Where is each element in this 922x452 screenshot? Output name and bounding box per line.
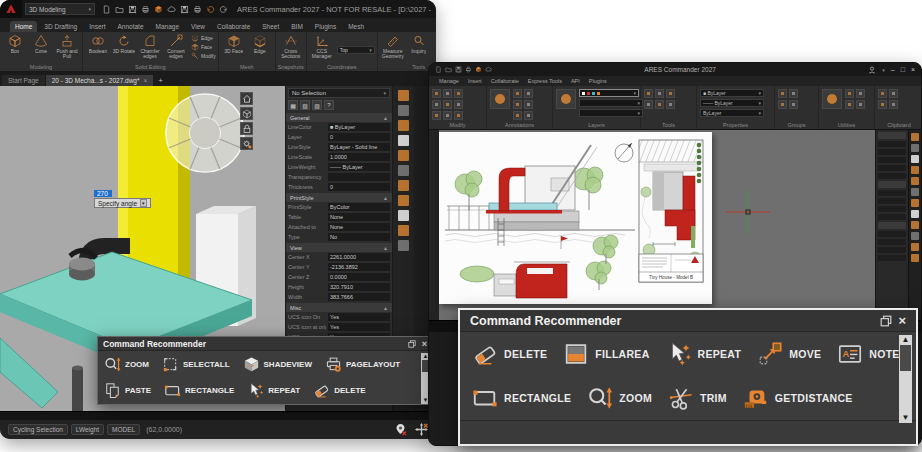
ribbon-button[interactable]: Convert edges xyxy=(163,34,189,60)
property-value[interactable]: No xyxy=(328,233,390,241)
status-toggle-button[interactable]: MODEL xyxy=(107,424,140,435)
ribbon-button[interactable]: Push and Pull xyxy=(54,34,80,60)
tool-icon[interactable] xyxy=(655,89,664,98)
tool-icon[interactable] xyxy=(789,100,798,109)
ribbon-button[interactable]: CCS Manager xyxy=(309,34,335,60)
layers-preview-button[interactable] xyxy=(556,89,576,109)
palette-icon[interactable] xyxy=(398,135,409,146)
tool-icon[interactable] xyxy=(878,89,887,98)
recommended-command-button[interactable]: PAGELAYOUT xyxy=(325,356,400,373)
section-header-printstyle[interactable]: PrintStyle▲ xyxy=(286,193,392,202)
recommended-command-button[interactable]: REPEAT xyxy=(666,341,742,367)
palette-icon[interactable] xyxy=(911,155,919,163)
palette-icon[interactable] xyxy=(911,177,919,185)
quick-access-icon[interactable] xyxy=(128,5,137,14)
tool-icon[interactable] xyxy=(644,100,653,109)
ribbon-button[interactable]: Measure Geometry xyxy=(380,34,406,60)
quick-access-icon[interactable] xyxy=(193,5,202,14)
tool-icon[interactable] xyxy=(845,100,854,109)
tool-icon[interactable] xyxy=(778,89,787,98)
property-row[interactable] xyxy=(878,239,906,245)
command-line[interactable] xyxy=(0,411,436,420)
property-value[interactable]: 0 xyxy=(328,183,390,191)
property-value[interactable]: ByColor xyxy=(328,203,390,211)
help-button[interactable]: ? xyxy=(324,100,334,110)
tool-icon-large[interactable] xyxy=(822,89,842,109)
palette-icon[interactable] xyxy=(911,243,919,251)
navigation-wheel[interactable] xyxy=(160,88,250,178)
property-row[interactable] xyxy=(878,206,906,212)
property-row[interactable] xyxy=(878,198,906,204)
tool-icon[interactable] xyxy=(454,89,463,98)
panel-title-bar[interactable]: Command Recommender × xyxy=(98,337,432,351)
property-row[interactable] xyxy=(878,141,906,147)
palette-icon[interactable] xyxy=(911,133,919,141)
property-dropdown[interactable]: ByLayer▾ xyxy=(700,109,764,117)
dynamic-input-value[interactable]: 270 xyxy=(94,190,112,197)
chevron-down-icon[interactable]: ▾ xyxy=(882,67,885,73)
cloud-icon[interactable] xyxy=(485,66,492,73)
property-row[interactable] xyxy=(878,247,906,253)
section-header-view[interactable]: View▲ xyxy=(286,243,392,252)
selection-dropdown[interactable]: No Selection▾ xyxy=(288,88,390,98)
recommended-command-button[interactable]: TRIM xyxy=(668,385,727,411)
close-panel-icon[interactable]: × xyxy=(898,313,906,328)
palette-icon[interactable] xyxy=(398,120,409,131)
tab-active-drawing[interactable]: 20 - 3D Mecha...s - 2027.dwg* × xyxy=(46,75,154,86)
property-row[interactable] xyxy=(878,231,906,237)
tool-icon[interactable] xyxy=(513,100,522,109)
home-view-button[interactable] xyxy=(240,92,253,105)
tool-icon[interactable] xyxy=(644,89,653,98)
tool-icon[interactable] xyxy=(524,89,533,98)
quick-access-icon[interactable] xyxy=(167,5,176,14)
print-icon[interactable] xyxy=(465,66,472,73)
ribbon-tab[interactable]: Manage xyxy=(439,78,459,84)
palette-icon[interactable] xyxy=(398,165,409,176)
recommended-command-button[interactable]: ZOOM xyxy=(587,385,652,411)
property-value[interactable]: 2261.0000 xyxy=(328,253,390,261)
quick-select-button[interactable]: ▧ xyxy=(300,100,310,110)
ribbon-tab[interactable]: API xyxy=(571,78,580,84)
palette-icon[interactable] xyxy=(398,180,409,191)
recommended-command-button[interactable]: FILLAREA xyxy=(563,341,649,367)
ribbon-tab[interactable]: Annotate xyxy=(112,21,148,32)
close-panel-icon[interactable]: × xyxy=(422,339,427,349)
view-cube-button[interactable] xyxy=(240,107,253,120)
ribbon-tab[interactable]: Plugins xyxy=(310,21,341,32)
palette-icon[interactable] xyxy=(911,188,919,196)
property-value[interactable]: Yes xyxy=(328,323,390,331)
ribbon-tab[interactable]: BIM xyxy=(286,21,308,32)
property-dropdown[interactable]: —— ByLayer▾ xyxy=(700,99,764,107)
property-value[interactable]: 383.7666 xyxy=(328,293,390,301)
tool-icon[interactable] xyxy=(524,111,533,120)
ribbon-tab[interactable]: Insert xyxy=(468,78,482,84)
property-value[interactable]: Yes xyxy=(328,313,390,321)
property-value[interactable]: None xyxy=(328,213,390,221)
ribbon-button[interactable]: Inquiry xyxy=(406,34,432,60)
view-dropdown[interactable]: Top▾ xyxy=(337,46,375,54)
tool-icon[interactable] xyxy=(524,100,533,109)
tool-icon[interactable] xyxy=(655,100,664,109)
title-bar[interactable]: ARES Commander 2027 ▾ – □ × xyxy=(429,63,921,76)
ribbon-tab[interactable]: Manage xyxy=(151,21,185,32)
pan-off-icon[interactable] xyxy=(415,423,428,436)
tool-icon[interactable] xyxy=(856,89,865,98)
property-row[interactable] xyxy=(878,165,906,171)
tool-icon[interactable] xyxy=(443,100,452,109)
property-row[interactable] xyxy=(878,132,906,139)
ribbon-button[interactable]: Boolean xyxy=(85,34,111,60)
package-icon[interactable] xyxy=(475,66,482,73)
palette-icon[interactable] xyxy=(398,90,409,101)
ribbon-button[interactable]: Flatten xyxy=(432,34,436,60)
ribbon-tab[interactable]: Collaborate xyxy=(212,21,255,32)
palette-icon[interactable] xyxy=(398,195,409,206)
ribbon-mini-button[interactable]: Modify xyxy=(191,52,216,60)
scrollbar[interactable]: ▲▼ xyxy=(899,335,912,423)
open-file-icon[interactable] xyxy=(445,66,452,73)
recommended-command-button[interactable]: PASTE xyxy=(104,382,151,399)
ribbon-tab[interactable]: Mesh xyxy=(343,21,369,32)
property-row[interactable] xyxy=(878,222,906,229)
tool-icon[interactable] xyxy=(789,89,798,98)
status-toggle-button[interactable]: LWeight xyxy=(71,424,104,435)
property-value[interactable]: 0 xyxy=(328,133,390,141)
